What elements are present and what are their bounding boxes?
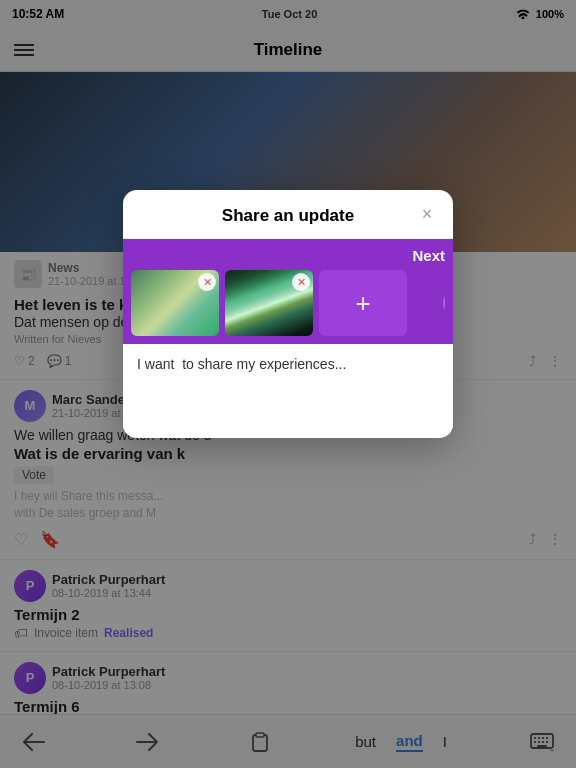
image-thumb-2: ✕ <box>225 270 313 336</box>
delete-image-2-button[interactable]: ✕ <box>292 273 310 291</box>
remove-slot-button[interactable]: ✕ <box>413 270 445 336</box>
modal-close-button[interactable]: × <box>415 202 439 226</box>
share-update-modal: Share an update × Next ✕ ✕ + ✕ I want to… <box>123 190 453 438</box>
next-button[interactable]: Next <box>412 247 445 264</box>
image-picker-bar: Next ✕ ✕ + ✕ <box>123 239 453 344</box>
image-thumb-1: ✕ <box>131 270 219 336</box>
image-picker-row: ✕ ✕ + ✕ <box>131 270 445 336</box>
update-textarea[interactable]: I want to share my experiences... <box>123 344 453 434</box>
delete-image-1-button[interactable]: ✕ <box>198 273 216 291</box>
remove-slot-icon: ✕ <box>443 289 445 317</box>
modal-header: Share an update × <box>123 190 453 239</box>
next-btn-row: Next <box>131 247 445 264</box>
modal-title: Share an update <box>222 206 354 226</box>
add-image-button[interactable]: + <box>319 270 407 336</box>
